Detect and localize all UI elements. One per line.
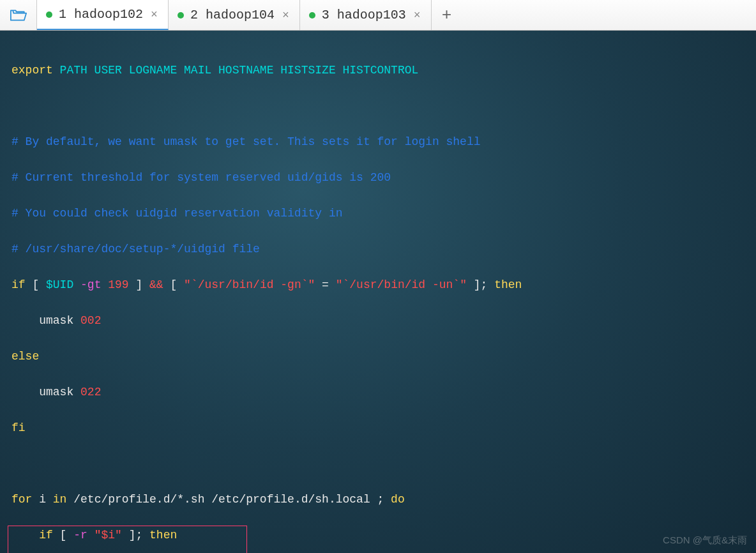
- new-tab-button[interactable]: +: [432, 0, 462, 30]
- close-icon[interactable]: ×: [412, 9, 422, 22]
- tab-hadoop104[interactable]: 2 hadoop104 ×: [169, 0, 300, 30]
- close-icon[interactable]: ×: [149, 8, 159, 21]
- status-dot-icon: [309, 12, 315, 19]
- tab-hadoop102[interactable]: 1 hadoop102 ×: [37, 0, 169, 30]
- folder-button[interactable]: [0, 0, 37, 30]
- status-dot-icon: [46, 11, 52, 18]
- tab-bar: 1 hadoop102 × 2 hadoop104 × 3 hadoop103 …: [0, 0, 756, 31]
- code-editor[interactable]: export PATH USER LOGNAME MAIL HOSTNAME H…: [0, 31, 756, 553]
- folder-open-icon: [10, 8, 27, 22]
- status-dot-icon: [178, 12, 184, 19]
- close-icon[interactable]: ×: [281, 9, 291, 22]
- watermark: CSDN @气质&末雨: [663, 531, 747, 549]
- tab-hadoop103[interactable]: 3 hadoop103 ×: [300, 0, 432, 30]
